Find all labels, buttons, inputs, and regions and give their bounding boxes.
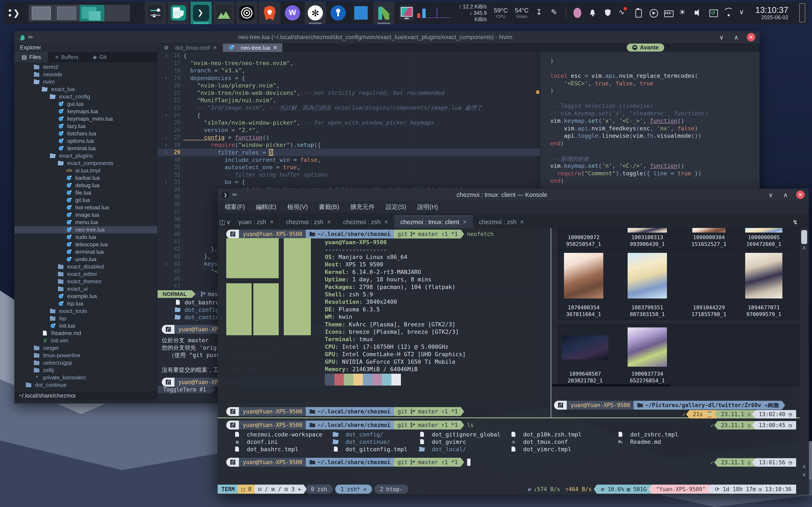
close-button[interactable]: ✕: [747, 33, 755, 41]
tree-item[interactable]: keymaps.lua: [14, 108, 157, 115]
tree-item[interactable]: menu.lua: [14, 219, 157, 226]
close-tab-icon[interactable]: ✕: [520, 219, 524, 225]
tmux-window[interactable]: 1zsh*✕: [335, 485, 372, 494]
tree-item[interactable]: undo.lua: [14, 256, 157, 263]
tree-item[interactable]: image.lua: [14, 211, 157, 219]
terminal-tab[interactable]: yuan : zsh✕: [233, 216, 280, 228]
menu-item[interactable]: 檔案(F): [225, 203, 245, 211]
tree-item[interactable]: dot_continue: [14, 381, 157, 389]
tree-item[interactable]: listchars.lua: [14, 130, 157, 137]
ls-entry[interactable]: dot_gvimrc: [419, 439, 466, 445]
tree-item[interactable]: ranger: [14, 344, 157, 352]
buffer-tab[interactable]: ⚙dot_tmux.conf✕: [158, 44, 222, 52]
brightness-icon[interactable]: [679, 8, 687, 18]
clipboard-icon[interactable]: [634, 8, 642, 18]
terminal-tab[interactable]: chezmoi : zsh✕: [473, 216, 530, 228]
gpu-temperature[interactable]: 54°C Video: [515, 7, 529, 19]
avante-tab[interactable]: Avante: [627, 44, 664, 52]
close-button[interactable]: ✕: [796, 190, 805, 199]
tree-item[interactable]: terminal.lua: [14, 248, 157, 256]
ls-entry[interactable]: dot_continue/: [333, 439, 390, 445]
ls-entry[interactable]: dot_p10k.zsh.tmpl: [510, 431, 581, 438]
gallery-thumbnail[interactable]: [692, 228, 725, 233]
tree-item[interactable]: hot-reload.lua: [14, 204, 157, 211]
ls-entry[interactable]: dot_bashrc.tmpl: [234, 446, 298, 452]
tmux-layout-buttons[interactable]: ⊟ / ⊞ / ⊡ 3 +: [254, 485, 307, 494]
explorer-tab-buffers[interactable]: ≡Buffers: [48, 52, 86, 62]
ls-entry[interactable]: dot_local/: [419, 446, 466, 452]
taskbar-password-manager[interactable]: [327, 2, 349, 24]
tree-item[interactable]: zellij: [14, 367, 157, 374]
close-tab-icon[interactable]: ✕: [384, 219, 388, 225]
digital-clock[interactable]: 13:10:37 2025-06-02: [755, 5, 788, 20]
tree-item[interactable]: neo-tree.lua: [14, 226, 157, 233]
gallery-thumbnail[interactable]: [562, 335, 608, 359]
updates-icon[interactable]: [709, 8, 717, 18]
app-launcher-button[interactable]: ❯: [5, 4, 23, 22]
ls-entry[interactable]: ⚙dot_tmux.conf: [510, 439, 568, 445]
tree-item[interactable]: git.lua: [14, 196, 157, 204]
taskbar-vscode[interactable]: [350, 2, 371, 24]
terminal-tab[interactable]: chezmoi : tmux: client✕: [394, 216, 473, 228]
tree-item[interactable]: debug.lua: [14, 182, 157, 189]
ls-entry[interactable]: dot_vimrc.tmpl: [510, 446, 571, 452]
terminal-tab[interactable]: chezmoi : zsh✕: [280, 216, 337, 228]
tree-item[interactable]: Vinit.vim: [14, 337, 157, 344]
network-speed[interactable]: ↑ 12.2 KiB/s ↓ 345.9 KiB/s: [458, 3, 487, 22]
explorer-tab-files[interactable]: ▤Files: [14, 52, 48, 62]
close-tab-icon[interactable]: ✕: [327, 219, 331, 225]
stylus-icon[interactable]: [551, 8, 559, 18]
tree-item[interactable]: tmux-powerline: [14, 352, 157, 359]
gallery-thumbnail[interactable]: [627, 228, 667, 233]
taskbar-audio-mixer[interactable]: [145, 2, 166, 24]
notifications-icon[interactable]: [589, 8, 596, 18]
close-tab-icon[interactable]: ✕: [213, 45, 217, 51]
tree-item[interactable]: gui.lua: [14, 100, 157, 108]
tmux-window[interactable]: 2htop-: [374, 485, 408, 494]
color-picker-icon[interactable]: [573, 8, 581, 18]
menu-item[interactable]: 檢視(V): [287, 203, 308, 211]
ls-entry[interactable]: ▦dconf.ini: [234, 439, 277, 445]
taskbar-music-player[interactable]: [236, 2, 257, 24]
tree-item[interactable]: lazy.lua: [14, 122, 157, 130]
tree-item[interactable]: exact_config: [14, 93, 157, 100]
tree-item[interactable]: file.lua: [14, 189, 157, 196]
gallery-thumbnail[interactable]: [627, 253, 667, 298]
ls-entry[interactable]: chezmoi.code-workspace: [234, 431, 322, 438]
gallery-thumbnail[interactable]: [564, 253, 603, 298]
tree-item[interactable]: exact_disabled: [14, 263, 157, 270]
desktop-1[interactable]: [29, 5, 54, 21]
gallery-thumbnail[interactable]: [564, 228, 603, 233]
ls-entry[interactable]: M↓Readme.md: [617, 439, 661, 445]
tree-item[interactable]: example.lua: [14, 293, 157, 300]
menu-item[interactable]: 說明(H): [417, 203, 438, 211]
terminal[interactable]: ∧ ∧ ∨ yuan@Yuan-XPS-9500~/.local/share/c…: [217, 228, 809, 484]
tree-item[interactable]: sudo.lua: [14, 233, 157, 241]
tmux-window[interactable]: 0zsh: [305, 485, 333, 494]
tree-item[interactable]: nvim: [14, 78, 157, 86]
menu-item[interactable]: 設定(S): [386, 203, 406, 211]
tree-item[interactable]: exact_themes: [14, 278, 157, 285]
tree-item[interactable]: keymaps_nvim.lua: [14, 115, 157, 122]
tree-item[interactable]: exact_lua: [14, 86, 157, 93]
maximize-button[interactable]: ∧: [732, 33, 741, 41]
tree-item[interactable]: Readme.md: [14, 330, 157, 337]
terminal-tab[interactable]: chezmoi : zsh✕: [337, 216, 394, 228]
gallery-thumbnail[interactable]: [745, 228, 782, 233]
tree-item[interactable]: terminal.lua: [14, 145, 157, 152]
tree-item[interactable]: exact_components: [14, 160, 157, 167]
tray-expander-icon[interactable]: [739, 8, 747, 18]
ls-entry[interactable]: dot_gitignore_global: [419, 431, 501, 438]
tree-item[interactable]: ueberzugpp: [14, 359, 157, 367]
tree-item[interactable]: </>ai.lua.tmpl: [14, 167, 157, 174]
volume-icon[interactable]: [694, 8, 702, 18]
wifi-icon[interactable]: [724, 8, 732, 18]
nvim-titlebar[interactable]: ✎ neo-tree.lua (~/.local/share/chezmoi/d…: [14, 31, 760, 43]
media-player-icon[interactable]: [649, 8, 657, 18]
tree-item[interactable]: exact_ui: [14, 285, 157, 293]
download-icon[interactable]: [536, 8, 544, 18]
konsole-titlebar[interactable]: ❯ ✎ chezmoi : tmux: client — Konsole ∨ ∧…: [217, 189, 809, 201]
taskbar-konsole[interactable]: [191, 2, 212, 24]
keyboard-icon[interactable]: [664, 8, 672, 18]
taskbar-neovim[interactable]: [373, 2, 394, 24]
